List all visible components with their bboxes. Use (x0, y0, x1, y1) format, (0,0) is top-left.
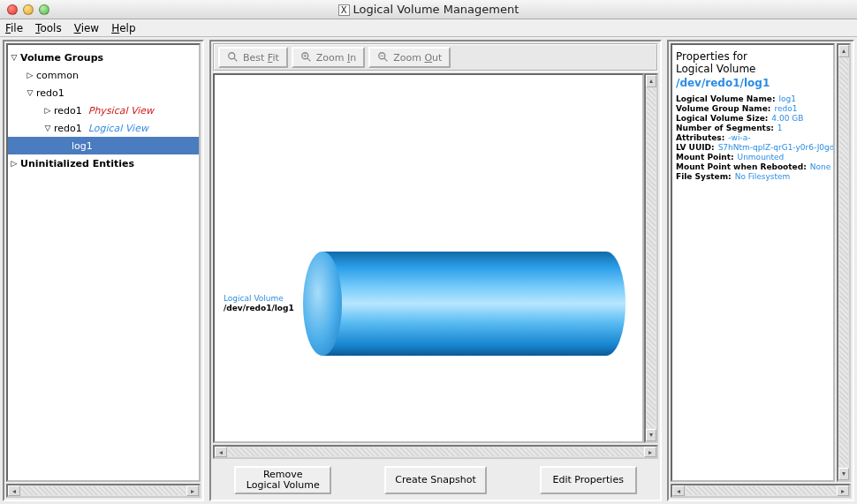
tree-label: Volume Groups (20, 52, 103, 64)
props-row: LV UUID:S7hNtm-qplZ-qrG1-y0r6-J0gd-VAQu-… (676, 143, 830, 152)
button-label: Zoom Out (393, 52, 442, 64)
scroll-down-icon[interactable]: ▾ (838, 468, 849, 480)
props-value: redo1 (774, 104, 797, 113)
props-row: Logical Volume Name:log1 (676, 94, 830, 103)
button-label: Best Fit (243, 52, 279, 64)
props-path: /dev/redo1/log1 (676, 77, 830, 89)
scroll-track[interactable] (647, 88, 656, 428)
magnify-minus-icon (377, 51, 390, 64)
props-hscrollbar[interactable]: ◂ ▸ (671, 484, 851, 498)
props-value: -wi-a- (728, 133, 750, 142)
scroll-left-icon[interactable]: ◂ (8, 485, 20, 496)
scroll-right-icon[interactable]: ▸ (644, 447, 656, 457)
props-key: Logical Volume Size: (676, 114, 768, 123)
menubar: File Tools View Help (0, 19, 857, 37)
props-heading-1: Properties for (676, 50, 830, 63)
remove-lv-button[interactable]: Remove Logical Volume (234, 466, 331, 494)
canvas-label-path: /dev/redo1/log1 (224, 304, 294, 313)
expand-icon[interactable]: ▷ (43, 106, 52, 115)
scroll-up-icon[interactable]: ▴ (646, 75, 656, 87)
menu-view[interactable]: View (74, 22, 99, 34)
props-row: Logical Volume Size:4.00 GB (676, 114, 830, 123)
window-title: XLogical Volume Management (0, 3, 857, 16)
props-row: Mount Point when Rebooted:None (676, 162, 830, 171)
tree-label: common (36, 70, 79, 81)
tree-item-log1[interactable]: log1 (8, 137, 199, 154)
tree-item-common[interactable]: ▷ common (8, 66, 199, 84)
magnify-plus-icon (300, 51, 313, 64)
window-titlebar: XLogical Volume Management (0, 0, 857, 19)
props-value: 4.00 GB (771, 114, 803, 123)
svg-line-1 (234, 58, 238, 62)
tree-label: redo1 (36, 87, 64, 99)
props-vscrollbar[interactable]: ▴ ▾ (837, 43, 851, 482)
tree-root-volume-groups[interactable]: ▽ Volume Groups (8, 49, 199, 66)
props-value: Unmounted (738, 153, 785, 162)
tree-label: Uninitialized Entities (20, 158, 134, 169)
expand-icon[interactable]: ▽ (10, 53, 19, 62)
menu-tools[interactable]: Tools (35, 22, 62, 34)
magnify-fit-icon (227, 51, 239, 64)
scroll-track[interactable] (228, 448, 643, 456)
expand-icon[interactable]: ▷ (26, 71, 34, 79)
canvas-vscrollbar[interactable]: ▴ ▾ (644, 73, 658, 443)
props-row: Mount Point:Unmounted (676, 153, 830, 162)
props-key: File System: (676, 172, 732, 181)
tree-label: redo1 (54, 123, 82, 134)
create-snapshot-button[interactable]: Create Snapshot (384, 466, 486, 494)
scroll-left-icon[interactable]: ◂ (215, 447, 227, 457)
props-value: None (810, 162, 830, 171)
tree-label: redo1 (54, 105, 82, 117)
scroll-track[interactable] (21, 486, 186, 495)
best-fit-button[interactable]: Best Fit (218, 47, 288, 68)
props-row: Attributes:-wi-a- (676, 133, 830, 142)
props-row: Number of Segments:1 (676, 124, 830, 132)
props-heading-2: Logical Volume (676, 63, 830, 75)
tree-tag-physical: Physical View (88, 105, 154, 117)
scroll-track[interactable] (686, 486, 836, 495)
props-key: Mount Point when Rebooted: (676, 162, 807, 171)
edit-properties-button[interactable]: Edit Properties (540, 466, 637, 494)
props-key: Attributes: (676, 133, 724, 142)
svg-line-7 (384, 58, 388, 62)
zoom-out-button[interactable]: Zoom Out (368, 47, 451, 68)
left-panel: ▽ Volume Groups ▷ common ▽ redo1 ▷ redo1… (3, 40, 204, 501)
scroll-track[interactable] (839, 58, 848, 467)
tree-root-uninit[interactable]: ▷ Uninitialized Entities (8, 154, 199, 172)
scroll-down-icon[interactable]: ▾ (646, 429, 656, 441)
canvas-wrap: Logical Volume /dev/redo1/log1 ▴ ▾ (213, 73, 658, 443)
tree-hscrollbar[interactable]: ◂ ▸ (6, 484, 201, 498)
tree-item-redo1-logical[interactable]: ▽ redo1 Logical View (8, 119, 199, 137)
cylinder-body (322, 252, 606, 356)
menu-file[interactable]: File (5, 22, 23, 34)
zoom-in-button[interactable]: Zoom In (292, 47, 365, 68)
props-value: S7hNtm-qplZ-qrG1-y0r6-J0gd-VAQu-r (718, 143, 835, 152)
volume-cylinder-icon[interactable] (303, 252, 626, 356)
expand-icon[interactable]: ▷ (10, 159, 19, 168)
menu-help[interactable]: Help (111, 22, 135, 34)
tree-item-redo1[interactable]: ▽ redo1 (8, 84, 199, 102)
props-key: Volume Group Name: (676, 104, 770, 113)
props-key: Logical Volume Name: (676, 94, 776, 103)
svg-point-0 (229, 53, 235, 59)
scroll-right-icon[interactable]: ▸ (186, 485, 199, 496)
scroll-left-icon[interactable]: ◂ (672, 485, 685, 496)
main-area: ▽ Volume Groups ▷ common ▽ redo1 ▷ redo1… (0, 37, 857, 504)
canvas-label-type: Logical Volume (224, 294, 294, 304)
x11-icon: X (338, 4, 350, 16)
props-list: Logical Volume Name:log1Volume Group Nam… (676, 94, 830, 181)
canvas-volume-label: Logical Volume /dev/redo1/log1 (224, 294, 294, 313)
props-key: Mount Point: (676, 153, 734, 162)
canvas-hscrollbar[interactable]: ◂ ▸ (213, 445, 658, 459)
tree-label: log1 (72, 140, 93, 152)
button-label: Zoom In (316, 52, 356, 64)
volume-canvas[interactable]: Logical Volume /dev/redo1/log1 (213, 73, 644, 443)
center-panel: Best Fit Zoom In Zoom Out Logical Volume… (209, 40, 662, 501)
view-toolbar: Best Fit Zoom In Zoom Out (213, 43, 658, 71)
expand-icon[interactable]: ▽ (43, 124, 52, 132)
volume-tree[interactable]: ▽ Volume Groups ▷ common ▽ redo1 ▷ redo1… (6, 43, 201, 482)
expand-icon[interactable]: ▽ (26, 88, 34, 97)
tree-item-redo1-physical[interactable]: ▷ redo1 Physical View (8, 102, 199, 119)
scroll-up-icon[interactable]: ▴ (838, 45, 849, 57)
scroll-right-icon[interactable]: ▸ (837, 485, 849, 496)
